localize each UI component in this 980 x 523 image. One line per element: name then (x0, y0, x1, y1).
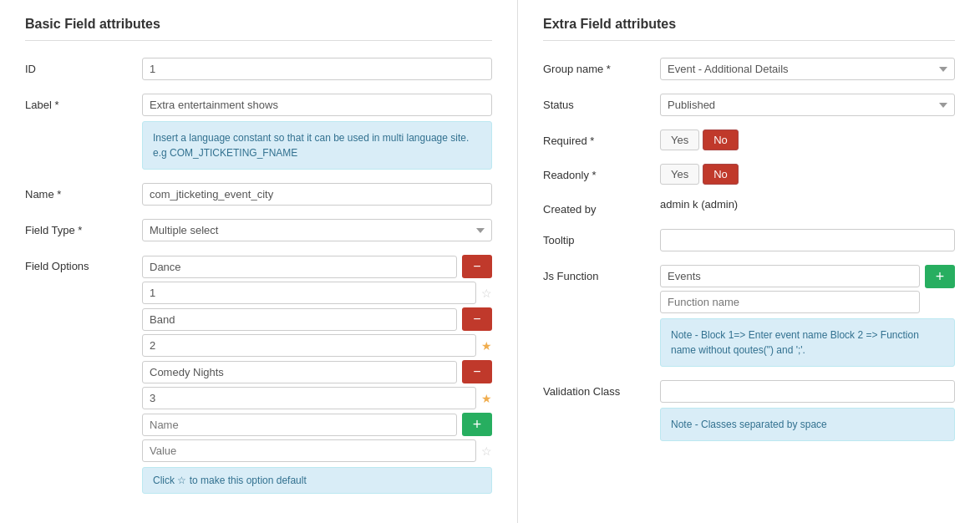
option-value-input[interactable] (142, 282, 476, 304)
list-item: − ☆ (142, 255, 492, 304)
star-empty-icon[interactable]: ☆ (481, 444, 492, 458)
name-row: Name * (25, 183, 492, 206)
status-control: Published Unpublished (660, 94, 955, 116)
option-name-input[interactable] (142, 308, 457, 331)
status-row: Status Published Unpublished (543, 94, 955, 116)
tooltip-label: Tooltip (543, 229, 660, 246)
label-control: Insert a language constant so that it ca… (142, 94, 492, 170)
readonly-yes-button[interactable]: Yes (660, 164, 699, 185)
field-options-label: Field Options (25, 255, 142, 272)
right-panel: Extra Field attributes Group name * Even… (518, 0, 980, 523)
field-type-control: Multiple select Single select Text Check… (142, 219, 492, 241)
name-input[interactable] (142, 183, 492, 206)
left-section-title: Basic Field attributes (25, 17, 492, 41)
option-name-row: − (142, 255, 492, 278)
star-icon[interactable]: ☆ (481, 287, 492, 300)
created-by-row: Created by admin k (admin) (543, 198, 955, 216)
js-function-label: Js Function (543, 265, 660, 282)
click-default-box: Click ☆ to make this option default (142, 467, 492, 494)
validation-class-control: Note - Classes separated by space (660, 380, 955, 441)
js-function-events-input[interactable] (660, 265, 920, 287)
field-type-row: Field Type * Multiple select Single sele… (25, 219, 492, 241)
label-input[interactable] (142, 94, 492, 116)
created-by-value: admin k (admin) (660, 198, 738, 211)
required-row: Required * Yes No (543, 129, 955, 150)
star-filled-icon[interactable]: ★ (481, 339, 492, 353)
required-control: Yes No (660, 129, 955, 150)
tooltip-input[interactable] (660, 229, 955, 251)
new-option-value-input[interactable] (142, 439, 476, 462)
list-item: − ★ (142, 360, 492, 409)
remove-option-button[interactable]: − (462, 255, 492, 278)
label-info: Insert a language constant so that it ca… (142, 121, 492, 170)
required-no-button[interactable]: No (703, 129, 739, 150)
readonly-row: Readonly * Yes No (543, 164, 955, 185)
required-label: Required * (543, 129, 660, 147)
add-option-button[interactable]: + (462, 413, 492, 436)
remove-option-button[interactable]: − (462, 307, 492, 331)
option-name-row: − (142, 307, 492, 331)
new-option-name-row: + (142, 413, 492, 436)
minus-icon: − (473, 259, 480, 274)
right-section-title: Extra Field attributes (543, 17, 955, 41)
readonly-no-button[interactable]: No (703, 164, 739, 185)
group-name-label: Group name * (543, 58, 660, 75)
group-name-row: Group name * Event - Additional Details … (543, 58, 955, 80)
validation-class-note: Note - Classes separated by space (660, 408, 955, 441)
add-js-function-button[interactable]: + (925, 265, 955, 288)
option-value-input[interactable] (142, 334, 476, 357)
validation-class-input[interactable] (660, 380, 955, 403)
id-input[interactable] (142, 58, 492, 80)
remove-option-button[interactable]: − (462, 360, 492, 383)
readonly-label: Readonly * (543, 164, 660, 181)
plus-icon: + (936, 268, 945, 286)
js-function-inputs-row: + (660, 265, 955, 313)
js-function-name-input[interactable] (660, 291, 920, 313)
tooltip-control (660, 229, 955, 251)
new-option-value-row: ☆ (142, 439, 492, 462)
validation-class-label: Validation Class (543, 380, 660, 398)
new-option-name-input[interactable] (142, 414, 457, 436)
created-by-label: Created by (543, 198, 660, 216)
field-options-list: − ☆ − (142, 255, 492, 462)
validation-class-row: Validation Class Note - Classes separate… (543, 380, 955, 441)
status-label: Status (543, 94, 660, 111)
list-item: + ☆ (142, 413, 492, 462)
tooltip-row: Tooltip (543, 229, 955, 251)
required-yes-no-group: Yes No (660, 129, 955, 150)
star-filled-icon[interactable]: ★ (481, 392, 492, 405)
js-function-control: + Note - Block 1=> Enter event name Bloc… (660, 265, 955, 367)
group-name-control: Event - Additional Details General Ticke… (660, 58, 955, 80)
id-label: ID (25, 58, 142, 75)
field-type-label: Field Type * (25, 219, 142, 236)
id-control (142, 58, 492, 80)
label-row: Label * Insert a language constant so th… (25, 94, 492, 170)
group-name-select[interactable]: Event - Additional Details General Ticke… (660, 58, 955, 80)
name-label: Name * (25, 183, 142, 201)
created-by-control: admin k (admin) (660, 198, 955, 211)
option-value-row: ☆ (142, 282, 492, 304)
js-function-note: Note - Block 1=> Enter event name Block … (660, 318, 955, 367)
left-panel: Basic Field attributes ID Label * Insert… (0, 0, 518, 523)
status-select[interactable]: Published Unpublished (660, 94, 955, 116)
plus-icon: + (473, 416, 482, 434)
minus-icon: − (473, 364, 480, 379)
list-item: − ★ (142, 307, 492, 357)
minus-icon: − (473, 312, 480, 327)
option-name-input[interactable] (142, 256, 457, 278)
option-value-input[interactable] (142, 387, 476, 409)
label-label: Label * (25, 94, 142, 111)
readonly-control: Yes No (660, 164, 955, 185)
js-function-inputs-group (660, 265, 920, 313)
option-name-input[interactable] (142, 361, 457, 383)
option-name-row: − (142, 360, 492, 383)
js-function-row: Js Function + Note - Block 1=> Enter eve… (543, 265, 955, 367)
required-yes-button[interactable]: Yes (660, 129, 699, 150)
name-control (142, 183, 492, 206)
field-options-control: − ☆ − (142, 255, 492, 494)
option-value-row: ★ (142, 387, 492, 409)
id-row: ID (25, 58, 492, 80)
field-options-row: Field Options − ☆ (25, 255, 492, 494)
option-value-row: ★ (142, 334, 492, 357)
field-type-select[interactable]: Multiple select Single select Text Check… (142, 219, 492, 241)
